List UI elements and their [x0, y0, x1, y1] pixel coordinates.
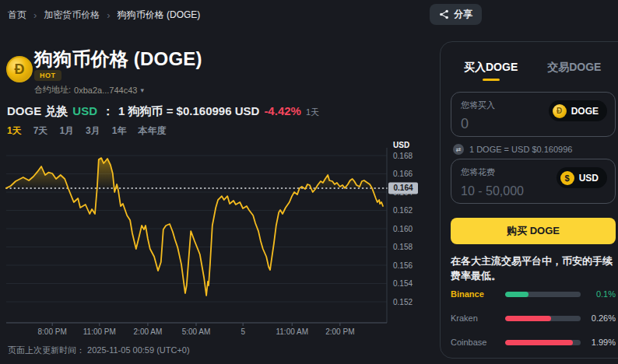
buy-doge-button[interactable]: 购买 DOGE [451, 218, 616, 244]
svg-text:USD: USD [393, 141, 409, 149]
doge-chip-label: DOGE [571, 106, 599, 117]
change-percent: -4.42% [264, 104, 301, 117]
fee-bar-track [505, 316, 581, 321]
range-tabs: 1天 7天 1月 3月 1年 本年度 [7, 124, 166, 138]
price-summary: DOGE 兑换 USD ： 1 狗狗币 = $0.160996 USD -4.4… [7, 104, 319, 119]
svg-text:0.152: 0.152 [393, 298, 413, 306]
range-tab-1d[interactable]: 1天 [7, 124, 22, 138]
svg-text:0.154: 0.154 [393, 279, 413, 288]
dollar-coin-icon: $ [560, 171, 574, 185]
chevron-right-icon: › [107, 9, 110, 21]
tab-buy-doge[interactable]: 买入DOGE [464, 61, 518, 81]
svg-text:2:00 PM: 2:00 PM [325, 327, 354, 336]
exchange-name: Coinbase [451, 338, 505, 347]
pair-colon: ： [102, 104, 114, 119]
svg-text:11:00 PM: 11:00 PM [83, 327, 116, 336]
svg-text:0.164: 0.164 [393, 184, 413, 192]
pair-quote: USD [72, 104, 97, 117]
chevron-down-icon: ▾ [140, 86, 144, 94]
breadcrumb: 首页 › 加密货币价格 › 狗狗币价格 (DOGE) [8, 9, 200, 22]
spend-amount-box[interactable]: 您将花费 10 - 50,000 $ USD [451, 159, 616, 204]
buy-panel: 买入DOGE 交易DOGE 您将买入 0 Ð DOGE ⇄ 1 DOGE = U… [440, 41, 618, 359]
exchange-name: Binance [451, 289, 505, 299]
conversion-rate-text: 1 DOGE = USD $0.160996 [469, 145, 572, 154]
fee-bar-track [505, 340, 581, 345]
doge-currency-chip[interactable]: Ð DOGE [549, 100, 607, 121]
fee-value: 0.1% [581, 289, 616, 299]
fee-bar-fill [505, 316, 551, 321]
share-icon [439, 9, 449, 19]
usd-chip-label: USD [579, 173, 599, 184]
svg-text:0.162: 0.162 [393, 206, 413, 215]
share-label: 分享 [454, 8, 472, 21]
fee-note: 在各大主流交易平台中，币安的手续费率最低。 [451, 254, 617, 284]
breadcrumb-home[interactable]: 首页 [8, 9, 26, 22]
rate-text: 1 狗狗币 = $0.160996 USD [118, 104, 259, 119]
doge-price-page: 首页 › 加密货币价格 › 狗狗币价格 (DOGE) 分享 Ð 狗狗币价格 (D… [0, 0, 618, 364]
doge-logo-icon: Ð [6, 56, 33, 82]
pair-prefix: DOGE 兑换 [7, 104, 68, 119]
fee-bar-fill [505, 340, 573, 345]
range-tab-ytd[interactable]: 本年度 [138, 124, 166, 138]
doge-coin-icon: Ð [553, 104, 567, 118]
swap-icon: ⇄ [453, 144, 464, 155]
change-period: 1天 [306, 107, 319, 118]
chevron-right-icon: › [33, 9, 37, 21]
page-title: 狗狗币价格 (DOGE) [34, 47, 202, 72]
share-button[interactable]: 分享 [430, 4, 482, 25]
fee-row-binance: Binance 0.1% [451, 289, 616, 299]
fee-bar-track [505, 292, 581, 297]
range-tab-3m[interactable]: 3月 [86, 124, 100, 138]
fee-value: 1.99% [581, 338, 616, 347]
svg-text:5: 5 [241, 327, 245, 336]
conversion-rate-row: ⇄ 1 DOGE = USD $0.160996 [453, 144, 572, 155]
fee-bar-fill [505, 292, 528, 297]
price-chart-svg: 0.1680.1660.1640.1620.1600.1580.1560.154… [0, 138, 424, 344]
svg-text:0.158: 0.158 [393, 243, 413, 251]
usd-currency-chip[interactable]: $ USD [557, 167, 607, 188]
contract-value: 0xba2a...744c43 [74, 86, 137, 95]
buy-amount-box[interactable]: 您将买入 0 Ð DOGE [451, 92, 616, 137]
range-tab-1y[interactable]: 1年 [112, 124, 127, 138]
contract-label: 合约地址: [34, 84, 71, 96]
hot-badge: HOT [34, 70, 61, 81]
contract-address[interactable]: 合约地址: 0xba2a...744c43 ▾ [34, 84, 144, 96]
fee-value: 0.26% [581, 313, 616, 323]
svg-text:11:00 AM: 11:00 AM [276, 327, 308, 336]
price-chart[interactable]: 0.1680.1660.1640.1620.1600.1580.1560.154… [0, 138, 424, 344]
last-updated-value: 2025-11-05 00:59 (UTC+0) [87, 345, 190, 355]
last-updated: 页面上次更新时间： 2025-11-05 00:59 (UTC+0) [8, 345, 190, 356]
breadcrumb-crypto-prices[interactable]: 加密货币价格 [44, 9, 100, 22]
svg-text:0.156: 0.156 [393, 261, 413, 270]
svg-text:8:00 PM: 8:00 PM [38, 327, 67, 336]
exchange-name: Kraken [451, 313, 505, 323]
svg-text:0.168: 0.168 [393, 152, 413, 160]
breadcrumb-current: 狗狗币价格 (DOGE) [118, 9, 201, 22]
svg-text:2:00 AM: 2:00 AM [134, 327, 163, 336]
range-tab-1m[interactable]: 1月 [59, 124, 74, 138]
fee-row-kraken: Kraken 0.26% [451, 313, 616, 323]
fee-comparison: Binance 0.1% Kraken 0.26% Coinbase 1.99% [451, 289, 616, 362]
last-updated-label: 页面上次更新时间： [8, 345, 85, 355]
svg-text:0.166: 0.166 [393, 170, 413, 178]
tab-trade-doge[interactable]: 交易DOGE [547, 61, 601, 81]
svg-text:5:00 AM: 5:00 AM [182, 327, 211, 336]
buy-panel-tabs: 买入DOGE 交易DOGE [441, 42, 618, 81]
range-tab-7d[interactable]: 7天 [33, 124, 48, 138]
fee-row-coinbase: Coinbase 1.99% [451, 338, 616, 347]
svg-text:0.160: 0.160 [393, 225, 413, 233]
